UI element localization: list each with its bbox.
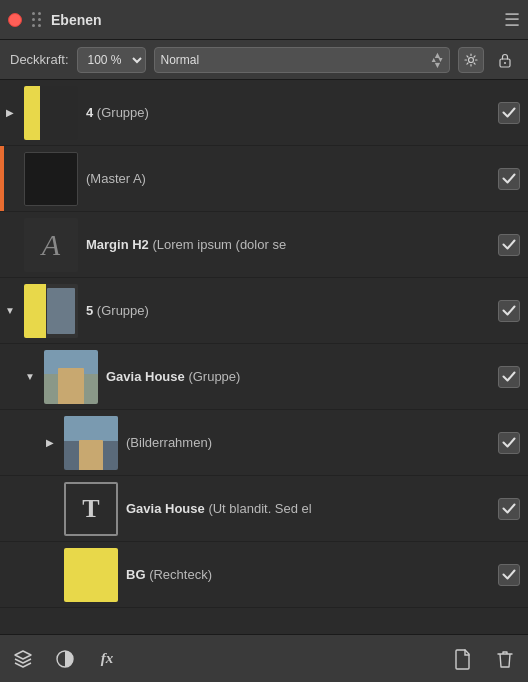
layer-name: Margin H2 (Lorem ipsum (dolor se <box>86 237 498 252</box>
opacity-select[interactable]: 100 % <box>77 47 146 73</box>
layer-thumbnail <box>24 284 78 338</box>
layer-thumbnail: A <box>24 218 78 272</box>
layer-thumbnail <box>64 548 118 602</box>
title-bar: ✕ Ebenen ☰ <box>0 0 528 40</box>
layer-name: BG (Rechteck) <box>126 567 498 582</box>
lock-button[interactable] <box>492 47 518 73</box>
layers-list: ▶ 4 (Gruppe)(Master A)AMargin H2 (Lorem … <box>0 80 528 634</box>
layer-row[interactable]: ▶ (Bilderrahmen) <box>0 410 528 476</box>
layer-thumbnail: T <box>64 482 118 536</box>
layers-stack-icon[interactable] <box>10 646 36 672</box>
layer-row[interactable]: AMargin H2 (Lorem ipsum (dolor se <box>0 212 528 278</box>
layer-row[interactable]: ▶ 4 (Gruppe) <box>0 80 528 146</box>
layer-thumbnail <box>64 416 118 470</box>
new-page-button[interactable] <box>450 646 476 672</box>
layer-visibility-checkbox[interactable] <box>498 300 520 322</box>
layer-name: 4 (Gruppe) <box>86 105 498 120</box>
layer-visibility-checkbox[interactable] <box>498 432 520 454</box>
layer-row[interactable]: BG (Rechteck) <box>0 542 528 608</box>
fx-button[interactable]: fx <box>94 646 120 672</box>
layer-name: (Master A) <box>86 171 498 186</box>
layer-thumbnail <box>44 350 98 404</box>
trash-button[interactable] <box>492 646 518 672</box>
close-button[interactable]: ✕ <box>8 13 22 27</box>
grip-handle[interactable] <box>30 10 43 29</box>
layer-row[interactable]: (Master A) <box>0 146 528 212</box>
expand-arrow[interactable]: ▶ <box>40 437 60 448</box>
expand-arrow[interactable]: ▶ <box>0 107 20 118</box>
layer-name: Gavia House (Ut blandit. Sed el <box>126 501 498 516</box>
expand-arrow[interactable]: ▼ <box>20 371 40 382</box>
title-bar-left: ✕ Ebenen <box>8 10 102 29</box>
opacity-label: Deckkraft: <box>10 52 69 67</box>
layer-thumbnail <box>24 86 78 140</box>
menu-icon[interactable]: ☰ <box>504 9 520 31</box>
layer-row[interactable]: ▼ 5 (Gruppe) <box>0 278 528 344</box>
panel-title: Ebenen <box>51 12 102 28</box>
layer-visibility-checkbox[interactable] <box>498 564 520 586</box>
layer-visibility-checkbox[interactable] <box>498 102 520 124</box>
layer-name: 5 (Gruppe) <box>86 303 498 318</box>
layer-visibility-checkbox[interactable] <box>498 168 520 190</box>
layer-thumbnail <box>24 152 78 206</box>
blend-mode-wrapper: Normal ▲▼ <box>154 47 450 73</box>
svg-point-2 <box>504 62 506 64</box>
layer-visibility-checkbox[interactable] <box>498 366 520 388</box>
layer-visibility-checkbox[interactable] <box>498 498 520 520</box>
expand-arrow[interactable]: ▼ <box>0 305 20 316</box>
layer-visibility-checkbox[interactable] <box>498 234 520 256</box>
settings-button[interactable] <box>458 47 484 73</box>
layer-name: Gavia House (Gruppe) <box>106 369 498 384</box>
blend-mode-select[interactable]: Normal <box>154 47 450 73</box>
toolbar-row: Deckkraft: 100 % Normal ▲▼ <box>0 40 528 80</box>
layer-name: (Bilderrahmen) <box>126 435 498 450</box>
bottom-bar: fx <box>0 634 528 682</box>
layer-row[interactable]: T Gavia House (Ut blandit. Sed el <box>0 476 528 542</box>
layer-row[interactable]: ▼ Gavia House (Gruppe) <box>0 344 528 410</box>
svg-point-0 <box>469 57 474 62</box>
accent-bar <box>0 146 4 211</box>
circle-half-icon[interactable] <box>52 646 78 672</box>
